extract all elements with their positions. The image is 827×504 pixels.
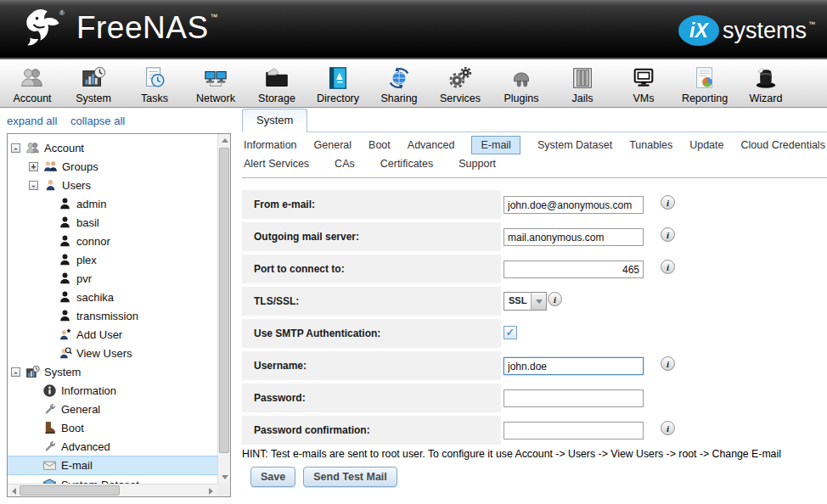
chart-clock-icon xyxy=(25,365,40,379)
subtab-information[interactable]: Information xyxy=(244,139,297,151)
field-label: TLS/SSL: xyxy=(242,287,501,316)
toolbar-item-directory[interactable]: Directory xyxy=(307,61,368,107)
info-icon[interactable]: i xyxy=(661,421,675,435)
toolbar-item-account[interactable]: Account xyxy=(2,61,63,107)
tab-system[interactable]: System xyxy=(242,109,307,132)
tree-item-plex[interactable]: plex xyxy=(8,250,217,269)
tree-item-users[interactable]: - Users xyxy=(8,176,217,194)
subtab-tunables[interactable]: Tunables xyxy=(629,139,672,151)
tree-controls: expand all collapse all xyxy=(7,115,135,127)
nav-tree: - Account + Groups - Users admin basil c… xyxy=(8,134,217,484)
from-email-field[interactable] xyxy=(504,196,644,214)
save-button[interactable]: Save xyxy=(250,467,295,487)
collapse-toggle-icon[interactable]: - xyxy=(29,181,38,190)
subtab-cloud-credentials[interactable]: Cloud Credentials xyxy=(741,139,825,151)
tree-item-label: connor xyxy=(76,235,110,248)
toolbar-item-services[interactable]: Services xyxy=(430,61,491,107)
toolbar-item-tasks[interactable]: Tasks xyxy=(124,61,185,107)
subtab-email[interactable]: E-mail xyxy=(471,136,520,154)
collapse-all-link[interactable]: collapse all xyxy=(70,115,125,127)
vertical-scroll-thumb[interactable] xyxy=(219,148,229,453)
info-icon[interactable]: i xyxy=(548,292,562,306)
subtab-boot[interactable]: Boot xyxy=(368,139,391,151)
port-field[interactable] xyxy=(504,260,644,278)
toolbar-item-jails[interactable]: Jails xyxy=(552,61,613,107)
toolbar-item-reporting[interactable]: Reporting xyxy=(674,61,735,107)
field-label: Username: xyxy=(242,351,501,380)
collapse-toggle-icon[interactable]: - xyxy=(11,367,20,377)
tree-item-label: Boot xyxy=(61,422,84,434)
info-icon[interactable]: i xyxy=(661,260,675,274)
form-row-port: Port to connect to: i xyxy=(242,255,827,283)
scroll-right-icon[interactable] xyxy=(209,488,213,495)
field-label: Port to connect to: xyxy=(242,255,501,283)
chart-clock-icon xyxy=(81,65,106,91)
username-field[interactable] xyxy=(504,357,644,375)
dropdown-button[interactable] xyxy=(531,293,546,310)
smtp-auth-checkbox[interactable]: ✓ xyxy=(504,326,517,339)
tree-item-view-users[interactable]: View Users xyxy=(8,344,217,362)
toolbar-item-label: Sharing xyxy=(380,92,417,104)
tree-item-groups[interactable]: + Groups xyxy=(8,157,217,176)
password-field[interactable] xyxy=(504,389,644,407)
wrench-icon xyxy=(42,402,57,417)
globe-sync-icon xyxy=(386,65,412,91)
tree-item-information[interactable]: Information xyxy=(8,381,217,400)
tree-vertical-scrollbar[interactable] xyxy=(217,134,230,484)
subtab-general[interactable]: General xyxy=(314,139,352,151)
horizontal-scroll-thumb[interactable] xyxy=(20,485,120,496)
tree-item-pvr[interactable]: pvr xyxy=(8,269,217,288)
toolbar-item-system[interactable]: System xyxy=(63,61,124,107)
expand-toggle-icon[interactable]: + xyxy=(29,162,38,171)
collapse-toggle-icon[interactable]: - xyxy=(11,143,20,153)
subtab-update[interactable]: Update xyxy=(689,139,723,151)
toolbar-item-vms[interactable]: VMs xyxy=(613,61,674,107)
info-icon[interactable]: i xyxy=(661,195,675,210)
send-test-mail-button[interactable]: Send Test Mail xyxy=(303,467,397,487)
tree-item-boot[interactable]: Boot xyxy=(8,418,217,437)
field-label: From e-mail: xyxy=(242,190,501,219)
person-icon xyxy=(58,272,72,286)
tree-item-account[interactable]: - Account xyxy=(8,138,217,157)
subtab-alert-services[interactable]: Alert Services xyxy=(244,158,309,170)
tree-item-transmission[interactable]: transmission xyxy=(8,306,217,325)
expand-all-link[interactable]: expand all xyxy=(7,115,57,127)
scroll-down-icon[interactable] xyxy=(222,475,228,479)
scroll-left-icon[interactable] xyxy=(12,488,16,495)
info-icon[interactable]: i xyxy=(661,227,675,242)
subtab-certificates[interactable]: Certificates xyxy=(380,158,434,170)
tree-horizontal-scrollbar[interactable] xyxy=(8,484,217,496)
toolbar-item-plugins[interactable]: Plugins xyxy=(491,61,552,107)
toolbar-item-wizard[interactable]: Wizard xyxy=(735,61,796,107)
tree-item-label: System xyxy=(44,366,81,378)
tree-item-connor[interactable]: connor xyxy=(8,232,217,250)
subtab-row-1: Information General Boot Advanced E-mail… xyxy=(242,132,827,154)
tree-item-label: plex xyxy=(76,254,97,266)
subtab-cas[interactable]: CAs xyxy=(335,158,355,170)
info-icon[interactable]: i xyxy=(661,356,675,371)
tree-item-advanced[interactable]: Advanced xyxy=(8,437,217,456)
tree-item-system-dataset[interactable]: System Dataset xyxy=(8,475,217,484)
tree-item-general[interactable]: General xyxy=(8,400,217,418)
tree-item-email[interactable]: E-mail xyxy=(8,456,217,475)
scroll-up-icon[interactable] xyxy=(222,138,228,143)
toolbar-item-sharing[interactable]: Sharing xyxy=(368,61,430,107)
tree-item-admin[interactable]: admin xyxy=(8,194,217,213)
tree-item-basil[interactable]: basil xyxy=(8,213,217,232)
password-confirmation-field[interactable] xyxy=(504,422,644,440)
toolbar-item-storage[interactable]: Storage xyxy=(246,61,307,107)
toolbar-item-network[interactable]: Network xyxy=(185,61,246,107)
tree-item-add-user[interactable]: Add User xyxy=(8,325,217,344)
subtab-row-2: Alert Services CAs Certificates Support xyxy=(242,154,827,176)
outgoing-mail-server-field[interactable] xyxy=(504,228,644,246)
toolbar-item-label: Wizard xyxy=(750,92,783,104)
form-buttons: Save Send Test Mail xyxy=(250,467,827,487)
form-row-from-email: From e-mail: i xyxy=(242,190,827,219)
subtab-system-dataset[interactable]: System Dataset xyxy=(537,139,612,151)
tree-item-system[interactable]: - System xyxy=(8,362,217,381)
tls-ssl-select[interactable]: SSL xyxy=(504,292,547,311)
subtab-support[interactable]: Support xyxy=(459,158,496,170)
tree-item-sachika[interactable]: sachika xyxy=(8,288,217,306)
subtab-advanced[interactable]: Advanced xyxy=(408,139,455,151)
toolbar-item-label: Plugins xyxy=(504,92,539,104)
